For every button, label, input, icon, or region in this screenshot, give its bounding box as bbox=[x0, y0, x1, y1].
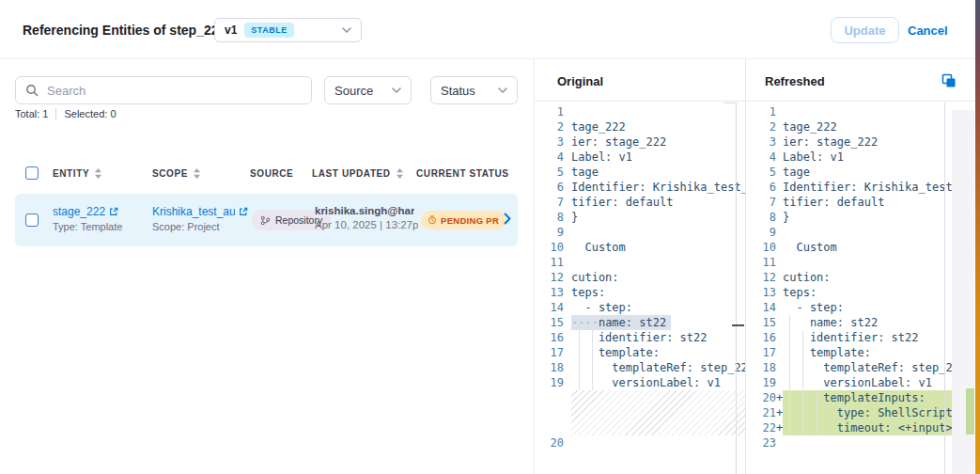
code-text: tage_222 bbox=[571, 119, 745, 134]
column-label: ENTITY bbox=[53, 168, 89, 179]
code-text: templateRef: step_222 bbox=[571, 360, 745, 375]
chevron-down-icon bbox=[342, 27, 351, 33]
code-text: teps: bbox=[571, 285, 745, 300]
repository-icon bbox=[260, 215, 271, 226]
version-value: v1 bbox=[225, 24, 237, 37]
entity-link[interactable]: stage_222 bbox=[53, 205, 105, 218]
diff-add-marker bbox=[776, 435, 783, 450]
line-number: 19 bbox=[535, 375, 564, 390]
overview-added-marker bbox=[966, 388, 974, 434]
code-line: 4 Label: v1 bbox=[745, 150, 952, 165]
original-code-pane[interactable]: 1 2 tage_222 3 ier: stage_222 4 Label: v… bbox=[535, 104, 745, 474]
diff-add-marker bbox=[776, 315, 783, 330]
code-string: Identifier: Krishika_test_aut bbox=[783, 181, 952, 194]
code-string: timeout: <+input> bbox=[783, 421, 952, 434]
indent-guide bbox=[817, 390, 817, 435]
code-string: teps: bbox=[571, 286, 605, 299]
diff-add-marker bbox=[776, 285, 783, 300]
code-text: Label: v1 bbox=[571, 150, 745, 165]
line-number: 2 bbox=[745, 119, 776, 134]
code-line: 20 + templateInputs: bbox=[745, 390, 952, 405]
external-link-icon[interactable] bbox=[109, 207, 118, 216]
diff-add-marker: + bbox=[776, 405, 783, 420]
source-filter-dropdown[interactable]: Source bbox=[324, 76, 412, 104]
code-line: 11 bbox=[745, 255, 952, 270]
code-text: name: st22 bbox=[783, 315, 952, 330]
code-string: templateInputs: bbox=[783, 391, 926, 404]
code-text: Custom bbox=[571, 240, 745, 255]
line-number: 22 bbox=[745, 420, 776, 435]
search-input[interactable] bbox=[45, 83, 302, 99]
line-number: 1 bbox=[745, 104, 776, 119]
column-header-entity[interactable]: ENTITY bbox=[53, 168, 101, 179]
diff-add-marker bbox=[776, 300, 783, 315]
line-number: 5 bbox=[745, 165, 776, 180]
line-number: 14 bbox=[535, 300, 564, 315]
code-line: 13 teps: bbox=[535, 285, 745, 300]
code-line: 5 tage bbox=[745, 165, 952, 180]
diff-add-marker bbox=[776, 375, 783, 390]
code-string: name: st22 bbox=[599, 316, 666, 329]
code-text bbox=[783, 435, 952, 450]
code-text: tage bbox=[783, 165, 952, 180]
code-line: 1 bbox=[745, 104, 952, 119]
copy-icon[interactable] bbox=[941, 73, 956, 87]
code-text bbox=[571, 225, 745, 240]
line-number: 20 bbox=[535, 435, 564, 450]
cancel-button[interactable]: Cancel bbox=[908, 24, 948, 38]
version-select[interactable]: v1 STABLE bbox=[214, 18, 362, 42]
chevron-down-icon bbox=[392, 87, 401, 93]
table-row[interactable]: stage_222 Type: Template Krishika_test_a… bbox=[15, 194, 518, 246]
code-string: template: bbox=[571, 346, 660, 359]
external-link-icon[interactable] bbox=[239, 207, 248, 216]
line-number: 3 bbox=[535, 134, 564, 150]
code-text: tage bbox=[571, 165, 745, 180]
line-number: 3 bbox=[745, 134, 776, 150]
chevron-right-icon[interactable] bbox=[504, 213, 511, 225]
status-filter-dropdown[interactable]: Status bbox=[430, 76, 518, 104]
code-line: 14 - step: bbox=[535, 300, 745, 315]
refreshed-code-pane[interactable]: 1 2 tage_222 3 ier: stage_222 4 Label: v… bbox=[745, 104, 952, 474]
code-text bbox=[571, 390, 745, 435]
code-string: teps: bbox=[783, 286, 817, 299]
chevron-down-icon bbox=[498, 87, 507, 93]
scope-link[interactable]: Krishika_test_au... bbox=[152, 205, 235, 218]
updated-by: krishika.singh@harnes... bbox=[315, 205, 414, 216]
code-text: ····name: st22 bbox=[571, 315, 671, 330]
row-checkbox[interactable] bbox=[25, 213, 39, 227]
diff-add-marker bbox=[776, 255, 783, 270]
code-line: 20 bbox=[535, 435, 745, 450]
update-button[interactable]: Update bbox=[831, 17, 899, 43]
code-line: 16 identifier: st22 bbox=[745, 330, 952, 345]
column-header-scope[interactable]: SCOPE bbox=[152, 168, 200, 179]
code-text bbox=[783, 104, 952, 119]
column-label: LAST UPDATED bbox=[312, 168, 391, 179]
code-text: cution: bbox=[571, 270, 745, 285]
line-number: 12 bbox=[535, 270, 564, 285]
code-text: ier: stage_222 bbox=[571, 134, 745, 150]
line-number: 7 bbox=[745, 195, 776, 210]
code-line: 6 Identifier: Krishika_test_aut bbox=[535, 180, 745, 195]
select-all-checkbox[interactable] bbox=[25, 166, 39, 180]
diff-add-marker bbox=[776, 225, 783, 240]
clock-icon bbox=[428, 215, 437, 225]
code-string: cution: bbox=[571, 271, 619, 284]
code-string: tifier: default bbox=[783, 196, 884, 209]
code-text: template: bbox=[571, 345, 745, 360]
line-number: 12 bbox=[745, 270, 776, 285]
code-line: 3 ier: stage_222 bbox=[535, 134, 745, 150]
line-number: 13 bbox=[745, 285, 776, 300]
line-number: 4 bbox=[535, 150, 564, 165]
code-line: 10 Custom bbox=[535, 240, 745, 255]
page-title: Referencing Entities of step_222 bbox=[23, 23, 226, 38]
stable-badge: STABLE bbox=[244, 23, 293, 38]
code-line: 9 bbox=[745, 225, 952, 240]
code-text: ier: stage_222 bbox=[783, 134, 952, 150]
code-line: 16 identifier: st22 bbox=[535, 330, 745, 345]
code-text bbox=[571, 435, 745, 450]
sort-icon bbox=[397, 168, 403, 179]
indent-guide bbox=[789, 315, 790, 435]
column-header-last-updated[interactable]: LAST UPDATED bbox=[312, 168, 403, 179]
code-text: Custom bbox=[783, 240, 952, 255]
original-scrollbar-thumb[interactable] bbox=[732, 324, 744, 326]
